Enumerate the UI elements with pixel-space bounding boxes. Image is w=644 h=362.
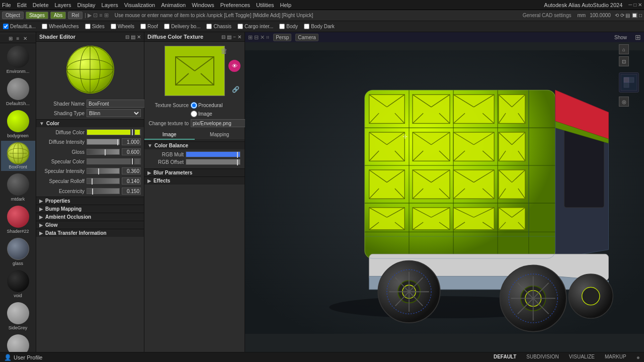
diffuse-intensity-input[interactable] [122, 138, 141, 145]
diffuse-color-swatch[interactable] [134, 129, 141, 135]
diffuse-color-bar[interactable] [87, 129, 131, 135]
menu-utilities[interactable]: Utilities [256, 2, 274, 8]
specular-rolloff-slider[interactable] [87, 178, 120, 184]
abs-btn[interactable]: Abs [50, 12, 66, 19]
status-visualize[interactable]: VISUALIZE [569, 354, 595, 361]
menu-preferences[interactable]: Preferences [220, 2, 250, 8]
data-transfer-section[interactable]: ▶ Data Transfer Information [36, 229, 144, 237]
status-subdivision[interactable]: SUBDIVISION [526, 354, 558, 361]
image-radio-label[interactable]: Image [191, 111, 212, 117]
stages-btn[interactable]: Stages [26, 12, 48, 19]
viewport-zoom-btn[interactable]: ◎ [619, 97, 629, 107]
blur-params-section[interactable]: ▶ Blur Parameters [144, 168, 245, 176]
rgb-mult-slider[interactable] [186, 151, 240, 157]
tab-mapping[interactable]: Mapping [195, 130, 245, 140]
menu-edit[interactable]: Edit [17, 2, 27, 8]
diffuse-intensity-slider[interactable] [87, 139, 120, 145]
user-label: User Profile [14, 354, 42, 360]
vp-persp-btn[interactable]: Persp [273, 34, 291, 41]
material-item-shader22[interactable]: Shader#22 [1, 204, 35, 235]
checkbox-sides[interactable]: Sides [85, 24, 105, 29]
specular-intensity-slider[interactable] [87, 168, 120, 174]
shader-panel-menu-btn[interactable]: ⊟ [125, 34, 129, 40]
checkbox-wheels[interactable]: Wheels [111, 24, 134, 29]
material-item-sidegrey[interactable]: SideGrey [1, 301, 35, 332]
properties-section[interactable]: ▶ Properties [36, 197, 144, 205]
shader-editor-panel: Shader Editor ⊟ ▤ ✕ [36, 32, 144, 352]
specular-color-swatch[interactable] [134, 158, 141, 164]
texture-preview-container: 🗑 👁 🔗 [144, 42, 245, 100]
effects-title: Effects [153, 178, 170, 184]
status-default[interactable]: DEFAULT [494, 354, 516, 361]
shader-panel-expand-btn[interactable]: ▤ [131, 34, 135, 40]
procedural-radio-label[interactable]: Procedural [191, 102, 222, 109]
material-item-glass[interactable]: glass [1, 236, 35, 267]
texture-eye-btn[interactable]: 👁 [228, 60, 240, 72]
material-item-environment[interactable]: Environm... [1, 44, 35, 75]
color-section-header[interactable]: ▼ Color [36, 119, 144, 127]
shader-panel-close-btn[interactable]: ✕ [137, 34, 141, 40]
texture-delete-btn[interactable]: 🗑 [220, 47, 227, 55]
texture-fields: Texture Source Procedural Image Change t… [144, 100, 245, 129]
sidebar-btn-1[interactable]: ⊞ [7, 35, 14, 42]
checkbox-delivery[interactable]: Delivery bo... [164, 24, 200, 29]
material-item-bodygreen[interactable]: bodygreen [1, 109, 35, 140]
checkbox-wheelarches[interactable]: WheelArches [42, 24, 78, 29]
menu-windows[interactable]: Windows [192, 2, 214, 8]
gloss-input[interactable] [122, 148, 141, 155]
material-item-boxfront[interactable]: BoxFront [1, 141, 35, 171]
object-btn[interactable]: Object [2, 12, 24, 19]
menu-layers2[interactable]: Layers [102, 2, 118, 8]
vp-camera-btn[interactable]: Camera [295, 34, 318, 41]
viewport-navball[interactable] [619, 72, 639, 93]
viewport-home-btn[interactable]: ⌂ [619, 44, 629, 54]
rel-btn[interactable]: Rel [68, 12, 83, 19]
checkbox-roof[interactable]: Roof [140, 24, 158, 29]
texture-link-btn[interactable]: 🔗 [232, 86, 239, 93]
checkbox-chassis[interactable]: Chassis [206, 24, 231, 29]
menu-visualization[interactable]: Visualization [124, 2, 155, 8]
ambient-occlusion-section[interactable]: ▶ Ambient Occlusion [36, 213, 144, 221]
shader-panel-header: Shader Editor ⊟ ▤ ✕ [36, 32, 144, 42]
menu-display[interactable]: Display [77, 2, 96, 8]
checkbox-defaultla[interactable]: DefaultLa... [3, 24, 36, 29]
specular-color-bar[interactable] [87, 158, 131, 164]
tab-image[interactable]: Image [144, 130, 195, 140]
eccentricity-slider[interactable] [87, 188, 120, 194]
gloss-slider[interactable] [87, 149, 120, 155]
sidebar-btn-3[interactable]: ✕ [22, 35, 29, 42]
menu-help[interactable]: Help [280, 2, 292, 8]
color-balance-section[interactable]: ▼ Color Balance [144, 141, 245, 149]
specular-rolloff-input[interactable] [122, 177, 141, 185]
sidebar-btn-2[interactable]: ≡ [15, 35, 21, 42]
bump-mapping-section[interactable]: ▶ Bump Mapping [36, 205, 144, 213]
material-item-mtdark[interactable]: mtdark [1, 172, 35, 203]
user-profile[interactable]: 👤 User Profile [4, 354, 42, 361]
material-item-defaultsh[interactable]: DefaultSh... [1, 76, 35, 108]
rgb-offset-slider[interactable] [186, 159, 240, 165]
texture-panel-menu-btn[interactable]: ⊟ [221, 34, 225, 40]
viewport[interactable]: ⊞ ⊟ ✕ ⌗ Persp Camera Show ⊞ [245, 32, 644, 352]
svg-rect-111 [453, 208, 494, 230]
status-markup[interactable]: MARKUP [605, 354, 626, 361]
checkbox-body[interactable]: Body [279, 24, 298, 29]
vp-show-btn[interactable]: Show [614, 35, 627, 40]
material-item-chassis[interactable]: Chassis [1, 333, 35, 352]
checkbox-body-dark[interactable]: Body Dark [304, 24, 335, 29]
menu-layers[interactable]: Layers [55, 2, 71, 8]
texture-panel-expand-btn[interactable]: ▤ [227, 34, 231, 40]
eccentricity-input[interactable] [122, 188, 141, 195]
cad-settings: General CAD settings [523, 13, 572, 18]
shading-type-select[interactable]: Blinn [87, 109, 141, 117]
effects-section[interactable]: ▶ Effects [144, 176, 245, 185]
viewport-frame-btn[interactable]: ⊡ [619, 56, 629, 66]
texture-panel-min-btn[interactable]: − [233, 34, 236, 40]
menu-file[interactable]: File [2, 2, 11, 8]
checkbox-cargo[interactable]: Cargo inter... [237, 24, 273, 29]
texture-panel-close-btn[interactable]: ✕ [237, 34, 242, 40]
menu-animation[interactable]: Animation [161, 2, 186, 8]
material-item-void[interactable]: void [1, 268, 35, 300]
specular-intensity-input[interactable] [122, 167, 141, 174]
menu-delete[interactable]: Delete [33, 2, 49, 8]
glow-section[interactable]: ▶ Glow [36, 221, 144, 229]
